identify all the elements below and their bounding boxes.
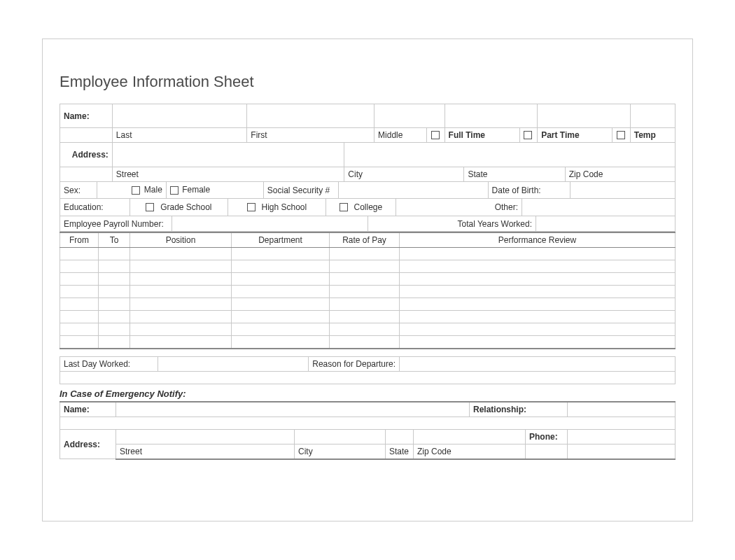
temp-label: Temp [630, 128, 675, 143]
ssn-label: Social Security # [263, 182, 338, 199]
high-cell[interactable]: High School [228, 199, 326, 216]
checkbox-icon[interactable] [170, 186, 178, 195]
dob-field[interactable] [570, 182, 676, 199]
table-row[interactable] [60, 248, 676, 260]
wh-header-review: Performance Review [400, 232, 676, 248]
checkbox-icon[interactable] [132, 186, 140, 195]
name-middle-field[interactable] [374, 104, 445, 128]
emg-phone-field[interactable] [568, 429, 676, 444]
fulltime-checkbox-cell[interactable] [426, 128, 444, 143]
page: Employee Information Sheet Name: Last Fi… [0, 0, 735, 560]
other-label: Other: [396, 199, 522, 216]
table-row[interactable] [60, 273, 676, 286]
name-blank2[interactable] [538, 104, 631, 128]
checkbox-icon[interactable] [247, 203, 255, 211]
emg-zip-label: Zip Code [414, 444, 526, 459]
temp-checkbox-cell[interactable] [612, 128, 631, 143]
form-title: Employee Information Sheet [59, 73, 676, 91]
emg-street-label: Street [116, 444, 295, 459]
wh-header-from: From [60, 232, 99, 248]
parttime-label: Part Time [538, 128, 612, 143]
wh-header-position: Position [130, 232, 232, 248]
emg-street-field[interactable] [116, 429, 295, 444]
address-rest-field[interactable] [344, 143, 676, 167]
male-cell[interactable]: Male [97, 182, 166, 199]
table-row[interactable] [60, 336, 676, 349]
address-street-field[interactable] [112, 143, 344, 167]
checkbox-icon[interactable] [524, 131, 532, 139]
address-label: Address: [60, 143, 113, 167]
female-cell[interactable]: Female [166, 182, 263, 199]
emg-city-field[interactable] [295, 429, 386, 444]
grade-cell[interactable]: Grade School [130, 199, 228, 216]
name-first-field[interactable] [247, 104, 374, 128]
sex-label: Sex: [60, 182, 97, 199]
table-row[interactable] [60, 311, 676, 323]
name-blank1[interactable] [444, 104, 538, 128]
education-table: Education: Grade School High School Coll… [59, 199, 676, 216]
female-label: Female [182, 185, 210, 195]
other-field[interactable] [522, 199, 676, 216]
parttime-checkbox-cell[interactable] [519, 128, 538, 143]
grade-label: Grade School [160, 202, 211, 212]
emg-zip-field[interactable] [414, 429, 526, 444]
emg-state-field[interactable] [386, 429, 414, 444]
city-label: City [344, 167, 464, 181]
last-day-label: Last Day Worked: [60, 356, 158, 371]
payroll-field[interactable] [172, 216, 368, 232]
emg-city-label: City [295, 444, 386, 459]
wh-header-to: To [99, 232, 130, 248]
emg-relationship-field[interactable] [568, 402, 676, 417]
checkbox-icon[interactable] [431, 131, 440, 139]
emg-name-field[interactable] [116, 402, 470, 417]
emg-state-label: State [386, 444, 414, 459]
emg-phone-label: Phone: [526, 429, 568, 444]
checkbox-icon[interactable] [340, 203, 348, 211]
name-blank-below [60, 128, 113, 143]
college-cell[interactable]: College [326, 199, 396, 216]
name-table: Name: Last First Middle Full Time Part T… [59, 104, 676, 143]
wh-header-department: Department [232, 232, 330, 248]
table-row[interactable] [60, 260, 676, 273]
payroll-label: Employee Payroll Number: [60, 216, 172, 232]
table-row[interactable] [60, 286, 676, 298]
checkbox-icon[interactable] [146, 203, 154, 211]
emg-address-label: Address: [60, 429, 116, 459]
fulltime-label: Full Time [444, 128, 519, 143]
work-history-table: From To Position Department Rate of Pay … [59, 232, 676, 349]
emg-blank2 [568, 444, 676, 459]
dob-label: Date of Birth: [488, 182, 570, 199]
total-years-field[interactable] [536, 216, 676, 232]
emergency-heading: In Case of Emergency Notify: [59, 384, 676, 401]
emg-relationship-label: Relationship: [470, 402, 568, 417]
last-label: Last [112, 128, 246, 143]
first-label: First [247, 128, 374, 143]
education-label: Education: [60, 199, 130, 216]
wh-header-rate: Rate of Pay [330, 232, 400, 248]
reason-label: Reason for Departure: [309, 356, 400, 371]
emergency-table: Name: Relationship: Address: Phone: Stre… [59, 401, 676, 460]
name-last-field[interactable] [112, 104, 246, 128]
middle-label: Middle [374, 128, 427, 143]
emg-blank-row[interactable] [60, 416, 676, 429]
college-label: College [354, 202, 382, 212]
last-day-field[interactable] [158, 356, 309, 371]
payroll-table: Employee Payroll Number: Total Years Wor… [59, 216, 676, 232]
reason-field[interactable] [400, 356, 676, 371]
zip-label: Zip Code [565, 167, 675, 181]
male-label: Male [144, 185, 162, 195]
spacer [59, 349, 676, 356]
high-label: High School [261, 202, 307, 212]
departure-notes-field[interactable] [60, 371, 676, 384]
form-container: Employee Information Sheet Name: Last Fi… [42, 38, 693, 522]
table-row[interactable] [60, 298, 676, 311]
departure-table: Last Day Worked: Reason for Departure: [59, 356, 676, 384]
name-blank3[interactable] [630, 104, 675, 128]
name-label: Name: [60, 104, 113, 128]
total-years-label: Total Years Worked: [368, 216, 536, 232]
address-table: Address: Street City State Zip Code [59, 143, 676, 182]
table-row[interactable] [60, 323, 676, 336]
ssn-field[interactable] [338, 182, 488, 199]
checkbox-icon[interactable] [617, 131, 625, 139]
street-label: Street [112, 167, 344, 181]
